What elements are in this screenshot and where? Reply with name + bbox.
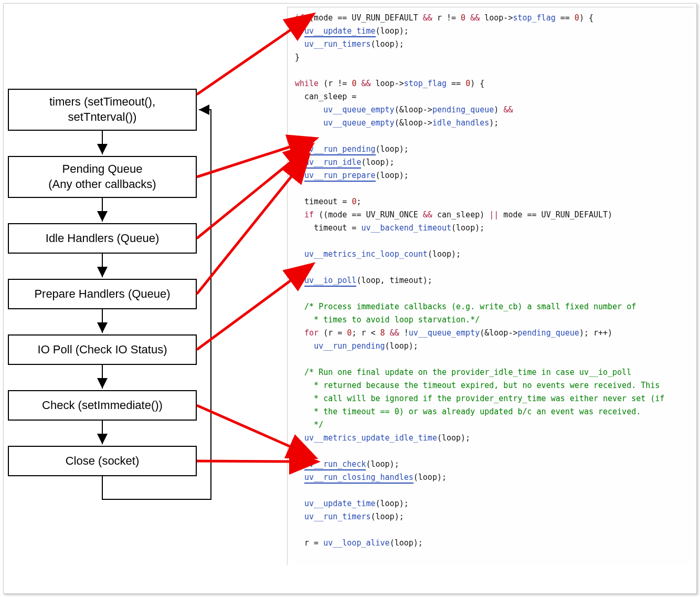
svg-line-7 bbox=[197, 145, 294, 177]
box-close: Close (socket) bbox=[8, 446, 197, 476]
box-label: timers (setTimeout(),setTnterval()) bbox=[49, 95, 155, 124]
svg-line-6 bbox=[197, 27, 294, 95]
svg-line-9 bbox=[197, 173, 294, 294]
box-label: Idle Handlers (Queue) bbox=[46, 231, 159, 246]
svg-line-8 bbox=[197, 159, 294, 238]
box-pending: Pending Queue(Any other callbacks) bbox=[8, 156, 197, 198]
box-prepare: Prepare Handlers (Queue) bbox=[8, 279, 197, 309]
svg-line-10 bbox=[197, 278, 294, 350]
box-check: Check (setImmediate()) bbox=[8, 390, 197, 421]
box-label: IO Poll (Check IO Status) bbox=[38, 342, 167, 358]
box-label: Close (socket) bbox=[66, 454, 140, 469]
svg-line-12 bbox=[197, 461, 294, 462]
box-iopoll: IO Poll (Check IO Status) bbox=[8, 334, 197, 365]
box-timers: timers (setTimeout(),setTnterval()) bbox=[8, 89, 197, 131]
diagram-wrapper: timers (setTimeout(),setTnterval()) Pend… bbox=[3, 3, 697, 594]
code-panel: if (mode == UV_RUN_DEFAULT && r != 0 && … bbox=[287, 7, 694, 565]
box-label: Pending Queue(Any other callbacks) bbox=[48, 162, 156, 192]
svg-line-11 bbox=[197, 405, 294, 448]
box-label: Prepare Handlers (Queue) bbox=[34, 287, 170, 302]
box-idle: Idle Handlers (Queue) bbox=[8, 223, 197, 254]
box-label: Check (setImmediate()) bbox=[42, 398, 163, 413]
